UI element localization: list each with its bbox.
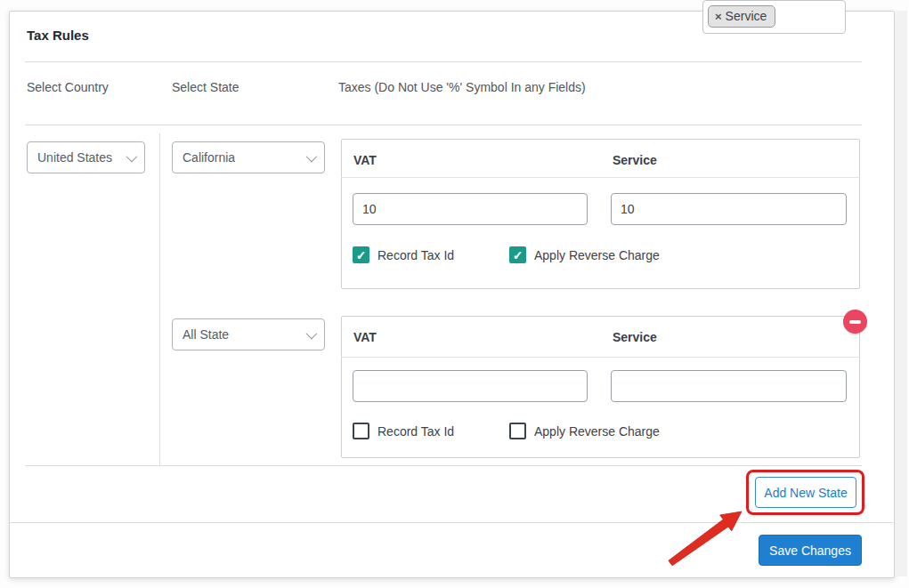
footer-divider	[10, 522, 893, 523]
service-input-row2[interactable]	[611, 370, 847, 402]
vat-label-row1: VAT	[353, 153, 377, 167]
state-select-row2-value: All State	[183, 327, 229, 342]
remove-tag-icon[interactable]: ×	[715, 11, 722, 22]
minus-icon	[849, 320, 861, 324]
add-new-state-button[interactable]: Add New State	[755, 477, 856, 508]
tax-box-row1-divider	[341, 177, 860, 178]
column-header-taxes: Taxes (Do Not Use '%' Symbol In any Fiel…	[338, 80, 586, 94]
page-scrollbar-track[interactable]	[896, 11, 907, 576]
service-label-row2: Service	[613, 330, 657, 344]
vat-label-row2: VAT	[353, 330, 377, 344]
tax-box-row2-divider	[341, 357, 860, 358]
state-select-row1-value: California	[183, 150, 235, 165]
state-select-row1[interactable]: California	[172, 141, 325, 173]
chevron-down-icon	[306, 328, 318, 340]
record-tax-id-checkbox-row1[interactable]: ✓	[353, 246, 369, 263]
apply-reverse-charge-checkbox-row2[interactable]: ✓	[509, 423, 526, 439]
record-tax-id-label-row1: Record Tax Id	[377, 248, 454, 262]
country-select-value: United States	[37, 150, 112, 165]
page-root: Tax Rules Select Country Select State Ta…	[0, 0, 909, 588]
checkmark-icon: ✓	[513, 249, 523, 262]
header-divider	[25, 125, 862, 125]
chevron-down-icon	[126, 151, 138, 163]
panel-title: Tax Rules	[27, 28, 89, 43]
tag-chip-label: Service	[726, 9, 767, 23]
tag-chip: × Service	[708, 5, 775, 28]
column-header-country: Select Country	[27, 80, 109, 94]
vat-input-row1[interactable]	[353, 193, 588, 225]
table-bottom-divider	[25, 465, 862, 466]
apply-reverse-charge-label-row2: Apply Reverse Charge	[534, 424, 660, 439]
reverse-charge-tag-input[interactable]: × Service	[702, 0, 846, 34]
record-tax-id-label-row2: Record Tax Id	[377, 424, 454, 439]
column-header-state: Select State	[172, 80, 239, 94]
title-divider	[25, 61, 862, 62]
vat-input-row2[interactable]	[353, 370, 588, 402]
state-select-row2[interactable]: All State	[172, 318, 325, 350]
country-column-divider	[159, 133, 160, 465]
remove-row-button[interactable]	[843, 310, 867, 334]
country-select[interactable]: United States	[27, 141, 145, 173]
checkmark-icon: ✓	[356, 249, 367, 262]
record-tax-id-checkbox-row2[interactable]: ✓	[353, 423, 369, 439]
service-input-row1[interactable]	[611, 193, 847, 225]
service-label-row1: Service	[613, 153, 657, 167]
save-changes-button[interactable]: Save Changes	[759, 535, 862, 566]
apply-reverse-charge-checkbox-row1[interactable]: ✓	[509, 246, 526, 263]
apply-reverse-charge-label-row1: Apply Reverse Charge	[534, 248, 660, 262]
chevron-down-icon	[306, 151, 318, 163]
